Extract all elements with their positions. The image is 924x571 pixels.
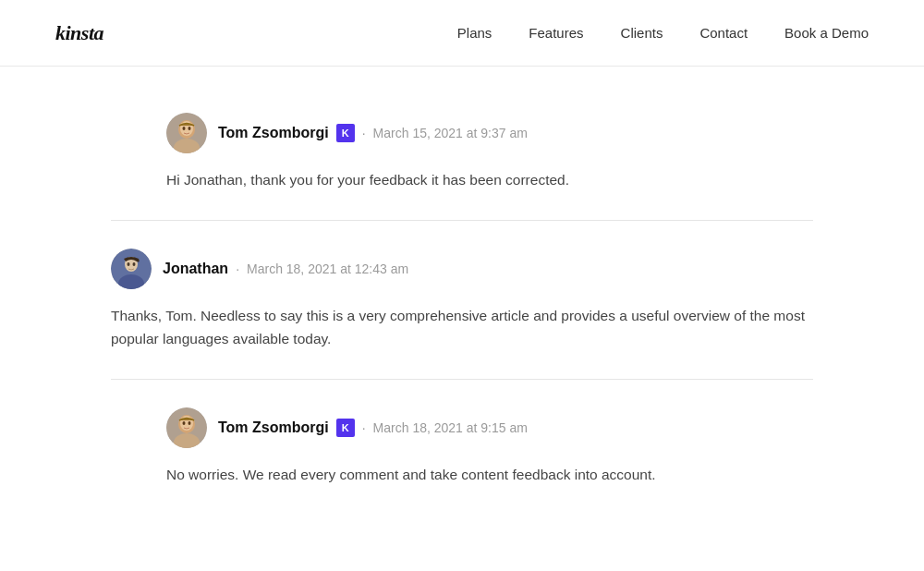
svg-point-9 (128, 262, 130, 266)
svg-point-16 (188, 421, 191, 425)
nav-link-plans[interactable]: Plans (457, 25, 492, 41)
main-nav: kinsta PlansFeaturesClientsContactBook a… (0, 0, 924, 67)
comment-1-body: Hi Jonathan, thank you for your feedback… (166, 168, 813, 192)
comment-2-author: Jonathan (163, 261, 228, 277)
comment-2-meta: Jonathan·March 18, 2021 at 12:43 am (163, 261, 408, 277)
svg-point-10 (133, 262, 136, 266)
comment-1-date: March 15, 2021 at 9:37 am (373, 126, 528, 140)
comment-3: Tom ZsomborgiK·March 18, 2021 at 9:15 am… (111, 380, 813, 515)
comment-3-date: March 18, 2021 at 9:15 am (373, 420, 528, 435)
comment-2-body: Thanks, Tom. Needless to say this is a v… (111, 304, 813, 351)
site-logo: kinsta (55, 21, 103, 45)
comment-1-meta: Tom ZsomborgiK·March 15, 2021 at 9:37 am (218, 124, 528, 142)
comment-2-dot: · (236, 261, 239, 276)
comment-3-author: Tom Zsomborgi (218, 419, 329, 436)
svg-point-15 (183, 421, 186, 425)
comment-3-header: Tom ZsomborgiK·March 18, 2021 at 9:15 am (166, 407, 813, 448)
svg-point-5 (188, 127, 191, 130)
comment-1-kinsta-badge: K (336, 124, 355, 142)
comment-2: Jonathan·March 18, 2021 at 12:43 amThank… (111, 221, 813, 380)
comment-3-kinsta-badge: K (336, 419, 355, 437)
comment-1-dot: · (362, 126, 366, 140)
comment-3-dot: · (362, 420, 366, 435)
nav-link-book-a-demo[interactable]: Book a Demo (784, 25, 869, 41)
comment-1-author: Tom Zsomborgi (218, 125, 329, 141)
comment-1-header: Tom ZsomborgiK·March 15, 2021 at 9:37 am (166, 113, 813, 153)
comment-2-avatar (111, 249, 152, 289)
nav-links: PlansFeaturesClientsContactBook a Demo (457, 25, 869, 42)
comment-1-avatar (166, 113, 207, 153)
nav-link-contact[interactable]: Contact (699, 25, 748, 41)
comment-3-avatar (166, 407, 207, 448)
nav-link-clients[interactable]: Clients (621, 25, 663, 41)
nav-link-features[interactable]: Features (529, 25, 583, 41)
comment-3-body: No worries. We read every comment and ta… (166, 463, 813, 487)
comment-1: Tom ZsomborgiK·March 15, 2021 at 9:37 am… (111, 85, 813, 221)
comment-2-header: Jonathan·March 18, 2021 at 12:43 am (111, 249, 813, 289)
comment-2-date: March 18, 2021 at 12:43 am (247, 261, 408, 276)
comment-3-meta: Tom ZsomborgiK·March 18, 2021 at 9:15 am (218, 419, 528, 437)
comments-section: Tom ZsomborgiK·March 15, 2021 at 9:37 am… (111, 67, 813, 532)
svg-point-4 (183, 127, 186, 130)
